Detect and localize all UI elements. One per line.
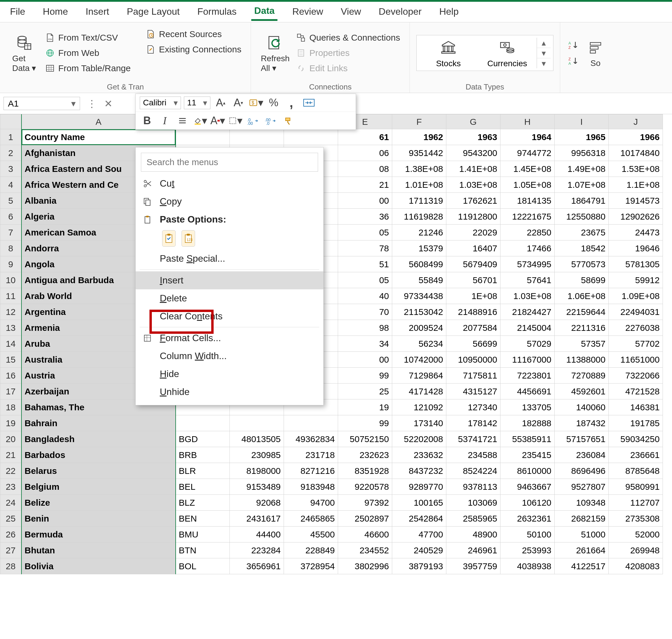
cell[interactable]: 9220578 [338,479,392,495]
col-header-J[interactable]: J [609,114,663,129]
cell[interactable]: 106120 [500,495,555,511]
row-header[interactable]: 1 [0,129,21,145]
cell[interactable]: 7270889 [555,368,609,384]
row-header[interactable]: 24 [0,495,21,511]
cell[interactable]: BEL [176,479,230,495]
col-header-G[interactable]: G [446,114,500,129]
fb-history-icon[interactable]: ⋮ [83,95,100,112]
cell[interactable]: Bangladesh [21,431,176,447]
cell[interactable]: 3957759 [446,558,500,574]
row-header[interactable]: 19 [0,415,21,431]
cell[interactable]: 97334438 [392,288,446,304]
cell[interactable]: 9378113 [446,479,500,495]
cell[interactable]: 56701 [446,272,500,288]
cell[interactable]: 2077584 [446,320,500,336]
cell[interactable]: 236084 [555,447,609,463]
cell[interactable]: 55385911 [500,431,555,447]
col-header-F[interactable]: F [392,114,446,129]
cell[interactable]: 12902626 [609,209,663,224]
menu-column-width[interactable]: Column Width... [135,347,323,365]
cell[interactable]: 1.07E+08 [555,177,609,193]
tab-data[interactable]: Data [251,3,277,21]
cell[interactable]: 4456691 [500,384,555,400]
cell[interactable]: Belgium [21,479,176,495]
cell[interactable]: 9956318 [555,145,609,161]
cell[interactable]: 178142 [446,415,500,431]
cell[interactable]: 2009524 [392,320,446,336]
row-header[interactable]: 15 [0,352,21,368]
cell[interactable]: 1.03E+08 [500,288,555,304]
cell[interactable]: 2502897 [338,511,392,527]
scroll-more-icon[interactable]: ▾ [537,58,551,68]
cell[interactable]: 4721528 [609,384,663,400]
cell[interactable]: 8696496 [555,463,609,479]
existing-connections-button[interactable]: Existing Connections [142,42,244,57]
cell[interactable]: 51 [338,256,392,272]
row-header[interactable]: 26 [0,527,21,543]
cell[interactable]: 2145004 [500,320,555,336]
font-size-select[interactable]: 11▾ [184,96,210,109]
cell[interactable]: 1814135 [500,193,555,209]
cell[interactable]: 234588 [446,447,500,463]
cell[interactable]: 17466 [500,240,555,256]
from-text-csv-button[interactable]: csv From Text/CSV [42,31,133,45]
cell[interactable]: 127340 [446,400,500,415]
cell[interactable]: 21824427 [500,304,555,320]
percent-icon[interactable]: % [266,96,281,109]
cell[interactable]: 4122517 [555,558,609,574]
font-name-select[interactable]: Calibri▾ [140,96,181,109]
cell[interactable]: 97392 [338,495,392,511]
row-header[interactable]: 4 [0,177,21,193]
cell[interactable]: 191785 [609,415,663,431]
cell[interactable]: 49362834 [284,431,338,447]
cell[interactable]: 48013505 [230,431,284,447]
tab-file[interactable]: File [7,4,28,20]
cell[interactable]: 5770573 [555,256,609,272]
cell[interactable]: 5608499 [392,256,446,272]
cell[interactable]: 173140 [392,415,446,431]
row-header[interactable]: 6 [0,209,21,224]
menu-paste-special[interactable]: Paste Special... [135,250,323,267]
row-header[interactable]: 27 [0,543,21,558]
data-type-stocks[interactable]: Stocks [419,38,478,68]
decrease-decimal-icon[interactable]: .00.0 [263,114,278,127]
row-header[interactable]: 18 [0,400,21,415]
cell[interactable]: 51000 [555,527,609,543]
cell[interactable]: 1.49E+08 [555,161,609,177]
cell[interactable]: 1963 [446,129,500,145]
cell[interactable]: 57357 [555,336,609,352]
cell[interactable]: 00 [338,352,392,368]
cell[interactable]: 182888 [500,415,555,431]
cell[interactable]: 9153489 [230,479,284,495]
accounting-format-icon[interactable]: $ ▾ [249,96,263,109]
cell[interactable]: Belize [21,495,176,511]
row-header[interactable]: 13 [0,320,21,336]
row-header[interactable]: 11 [0,288,21,304]
cell[interactable]: Country Name [21,129,176,145]
cell[interactable]: 1.06E+08 [555,288,609,304]
tab-view[interactable]: View [338,4,364,20]
paste-default-icon[interactable] [162,230,176,247]
cell[interactable]: 78 [338,240,392,256]
cell[interactable]: 146381 [609,400,663,415]
cell[interactable]: 61 [338,129,392,145]
cell[interactable]: 99 [338,368,392,384]
cell[interactable]: Bolivia [21,558,176,574]
cell[interactable] [284,415,338,431]
cell[interactable]: 11912800 [446,209,500,224]
cell[interactable]: 21246 [392,224,446,240]
cell[interactable]: 1.09E+08 [609,288,663,304]
cell[interactable]: 05 [338,224,392,240]
cell[interactable]: 50100 [500,527,555,543]
cell[interactable]: 7129864 [392,368,446,384]
cell[interactable]: 261664 [555,543,609,558]
cell[interactable]: 3802996 [338,558,392,574]
cell[interactable]: 40 [338,288,392,304]
cell[interactable]: 99 [338,415,392,431]
cell[interactable]: 9580991 [609,479,663,495]
cell[interactable]: BLZ [176,495,230,511]
cell[interactable]: 11651000 [609,352,663,368]
cell[interactable]: 21153042 [392,304,446,320]
cell[interactable]: 22850 [500,224,555,240]
cell[interactable]: 16407 [446,240,500,256]
